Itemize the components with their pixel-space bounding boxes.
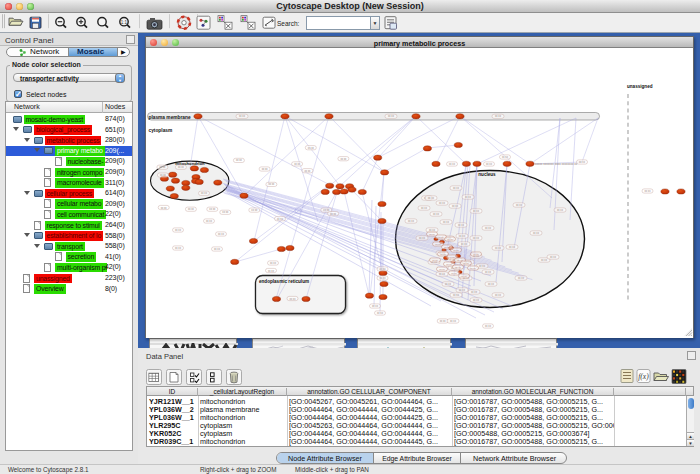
- svg-text:xx xx: xx xx: [268, 270, 275, 273]
- svg-text:xx xx: xx xx: [461, 243, 468, 246]
- svg-text:xx xx: xx xx: [447, 238, 453, 241]
- svg-text:xx xx: xx xx: [449, 163, 456, 166]
- svg-text:xx xx: xx xx: [270, 262, 277, 265]
- svg-text:xxxxx xxxxxxx xxxx xxxxxxxx xx: xxxxx xxxxxxx xxxx xxxxxxxx xx: [535, 162, 578, 166]
- svg-text:xx xx: xx xx: [450, 320, 457, 323]
- svg-text:xx xx: xx xx: [440, 320, 447, 323]
- svg-text:xx xx: xx xx: [479, 265, 486, 268]
- svg-text:xx xx: xx xx: [461, 275, 467, 278]
- svg-text:xx xx: xx xx: [408, 220, 415, 223]
- svg-text:cytoplasm: cytoplasm: [149, 128, 173, 133]
- svg-text:xx xx: xx xx: [444, 246, 450, 249]
- svg-text:xx xx: xx xx: [268, 183, 275, 186]
- svg-text:xx xx: xx xx: [495, 294, 502, 297]
- svg-text:xx xx: xx xx: [439, 273, 446, 276]
- svg-text:xx xx: xx xx: [445, 283, 452, 286]
- svg-text:xx xx: xx xx: [175, 229, 182, 232]
- svg-text:xx xx: xx xx: [486, 163, 493, 166]
- svg-text:xx xx: xx xx: [439, 268, 445, 271]
- svg-text:xx xx: xx xx: [159, 166, 166, 169]
- svg-text:xx xx: xx xx: [201, 192, 208, 195]
- svg-text:xx xx: xx xx: [439, 202, 446, 205]
- svg-text:xx xx: xx xx: [388, 115, 395, 118]
- svg-text:xx xx: xx xx: [458, 224, 465, 227]
- svg-text:xx xx: xx xx: [178, 166, 185, 169]
- svg-text:xx xx: xx xx: [541, 259, 548, 262]
- svg-text:xx xx: xx xx: [470, 267, 476, 270]
- svg-text:xx xx: xx xx: [579, 161, 586, 164]
- svg-text:xx xx: xx xx: [471, 291, 478, 294]
- svg-text:xx xx: xx xx: [453, 294, 460, 297]
- svg-text:xx xx: xx xx: [502, 156, 509, 159]
- svg-text:xx xx: xx xx: [440, 253, 446, 256]
- svg-text:xx xx: xx xx: [533, 232, 540, 235]
- svg-text:xx xx: xx xx: [429, 233, 435, 236]
- svg-text:xx xx: xx xx: [380, 277, 387, 280]
- svg-text:xx xx: xx xx: [175, 247, 182, 250]
- svg-text:mitochondrion: mitochondrion: [175, 161, 205, 166]
- svg-text:xx xx: xx xx: [645, 190, 652, 193]
- svg-text:xx xx: xx xx: [459, 235, 466, 238]
- svg-text:xx xx: xx xx: [160, 174, 167, 177]
- svg-text:xx xx: xx xx: [459, 289, 466, 292]
- svg-text:xx xx: xx xx: [380, 268, 387, 271]
- svg-text:xx xx: xx xx: [206, 220, 213, 223]
- svg-text:xx xx: xx xx: [340, 158, 347, 161]
- svg-text:xx xx: xx xx: [451, 272, 457, 275]
- svg-text:xx xx: xx xx: [518, 277, 525, 280]
- svg-text:xx xx: xx xx: [435, 243, 441, 246]
- svg-text:xx xx: xx xx: [473, 210, 480, 213]
- svg-text:xx xx: xx xx: [455, 266, 461, 269]
- svg-text:xx xx: xx xx: [432, 259, 438, 262]
- svg-text:xx xx: xx xx: [277, 218, 284, 221]
- svg-text:xx xx: xx xx: [239, 115, 246, 118]
- svg-text:xx xx: xx xx: [473, 237, 480, 240]
- svg-text:xx xx: xx xx: [214, 248, 221, 251]
- svg-text:xx xx: xx xx: [516, 204, 523, 207]
- svg-text:xx xx: xx xx: [222, 211, 229, 214]
- svg-text:xx xx: xx xx: [550, 256, 557, 259]
- svg-text:xx xx: xx xx: [188, 208, 195, 211]
- svg-text:xx xx: xx xx: [495, 115, 502, 118]
- svg-text:xx xx: xx xx: [485, 271, 492, 274]
- svg-text:xx xx: xx xx: [495, 247, 502, 250]
- svg-text:plasma membrane: plasma membrane: [149, 115, 191, 120]
- svg-text:xx xx: xx xx: [304, 170, 311, 173]
- svg-text:xx xx: xx xx: [236, 159, 243, 162]
- svg-text:xx xx: xx xx: [429, 229, 436, 232]
- svg-text:xx xx: xx xx: [290, 298, 297, 301]
- svg-text:xx xx: xx xx: [428, 197, 435, 200]
- svg-text:1:1: 1:1: [121, 20, 128, 25]
- svg-text:xx xx: xx xx: [377, 312, 384, 315]
- svg-text:xx xx: xx xx: [294, 163, 301, 166]
- svg-text:xx xx: xx xx: [372, 305, 379, 308]
- svg-text:unassigned: unassigned: [627, 84, 653, 89]
- svg-text:xx xx: xx xx: [438, 236, 444, 239]
- svg-text:xx xx: xx xx: [452, 205, 459, 208]
- svg-text:xx xx: xx xx: [218, 233, 225, 236]
- svg-text:xx xx: xx xx: [433, 213, 440, 216]
- svg-text:xx xx: xx xx: [473, 299, 480, 302]
- svg-text:xx xx: xx xx: [465, 196, 472, 199]
- svg-text:xx xx: xx xx: [473, 253, 479, 256]
- svg-text:xx xx: xx xx: [330, 213, 337, 216]
- svg-text:endoplasmic reticulum: endoplasmic reticulum: [259, 279, 309, 284]
- svg-text:xx xx: xx xx: [443, 221, 450, 224]
- svg-text:xx xx: xx xx: [463, 262, 469, 265]
- svg-text:xx xx: xx xx: [446, 263, 452, 266]
- svg-text:xx xx: xx xx: [509, 246, 516, 249]
- svg-text:xx xx: xx xx: [485, 325, 492, 328]
- svg-text:xx xx: xx xx: [262, 168, 269, 171]
- svg-text:xx xx: xx xx: [308, 147, 315, 150]
- svg-text:xx xx: xx xx: [557, 209, 564, 212]
- svg-text:xx xx: xx xx: [453, 187, 460, 190]
- svg-text:xx xx: xx xx: [485, 227, 492, 230]
- svg-text:xx xx: xx xx: [488, 283, 495, 286]
- svg-text:nucleus: nucleus: [478, 172, 496, 177]
- svg-text:xx xx: xx xx: [251, 209, 258, 212]
- svg-text:xx xx: xx xx: [419, 237, 426, 240]
- svg-text:xx xx: xx xx: [453, 249, 459, 252]
- svg-text:f(x): f(x): [638, 372, 649, 381]
- svg-text:xx xx: xx xx: [161, 207, 168, 210]
- svg-text:xx xx: xx xx: [421, 207, 428, 210]
